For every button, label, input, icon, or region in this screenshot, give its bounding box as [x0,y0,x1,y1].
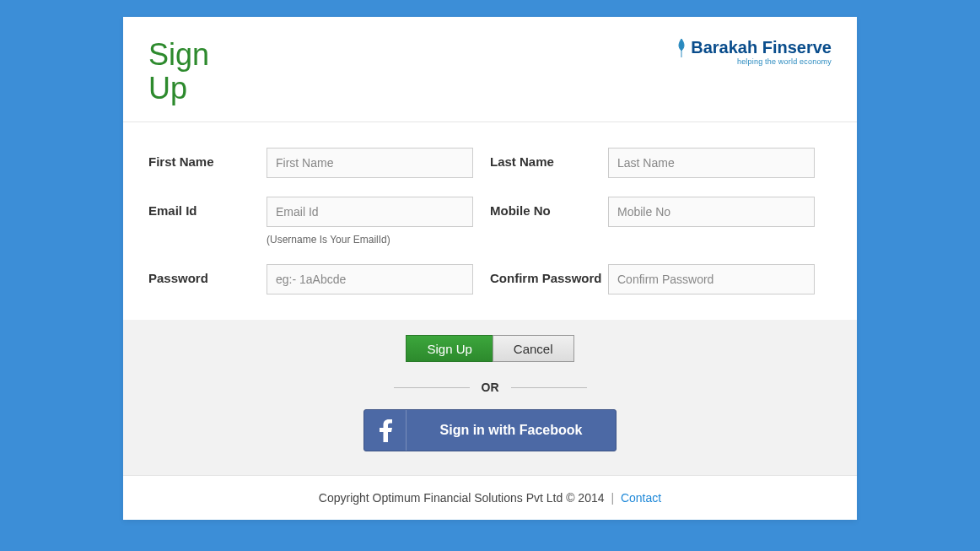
or-text: OR [482,381,499,394]
email-input[interactable] [267,197,473,227]
card-header: Sign Up Barakah Finserve helping the wor… [123,17,857,122]
copyright-text: Copyright Optimum Financial Solutions Pv… [319,491,605,505]
first-name-input[interactable] [267,148,473,178]
signup-card: Sign Up Barakah Finserve helping the wor… [123,17,857,520]
divider-line-right [511,387,587,388]
brand-tagline: helping the world economy [676,57,832,66]
facebook-signin-button[interactable]: Sign in with Facebook [363,409,617,451]
page-title: Sign Up [148,38,233,105]
footer-divider: | [611,491,614,505]
contact-link[interactable]: Contact [621,491,661,505]
cancel-button[interactable]: Cancel [493,335,574,362]
form-area: First Name Last Name Email Id (Username … [123,122,857,320]
divider-line-left [394,387,470,388]
password-label: Password [148,264,267,285]
signup-button[interactable]: Sign Up [406,335,493,362]
password-input[interactable] [267,264,473,294]
actions-area: Sign Up Cancel OR Sign in with Facebook [123,320,857,475]
leaf-icon [676,39,687,57]
facebook-button-label: Sign in with Facebook [407,423,616,438]
email-label: Email Id [148,197,267,218]
mobile-label: Mobile No [490,197,608,218]
last-name-label: Last Name [490,148,608,169]
facebook-icon [364,410,407,451]
brand-logo: Barakah Finserve helping the world econo… [676,38,832,66]
mobile-input[interactable] [608,197,815,227]
email-hint: (Username Is Your EmailId) [267,234,473,246]
confirm-password-label: Confirm Password [490,264,608,285]
or-divider: OR [123,381,857,394]
confirm-password-input[interactable] [608,264,815,294]
footer: Copyright Optimum Financial Solutions Pv… [123,475,857,520]
first-name-label: First Name [148,148,267,169]
last-name-input[interactable] [608,148,815,178]
brand-name: Barakah Finserve [691,38,832,57]
